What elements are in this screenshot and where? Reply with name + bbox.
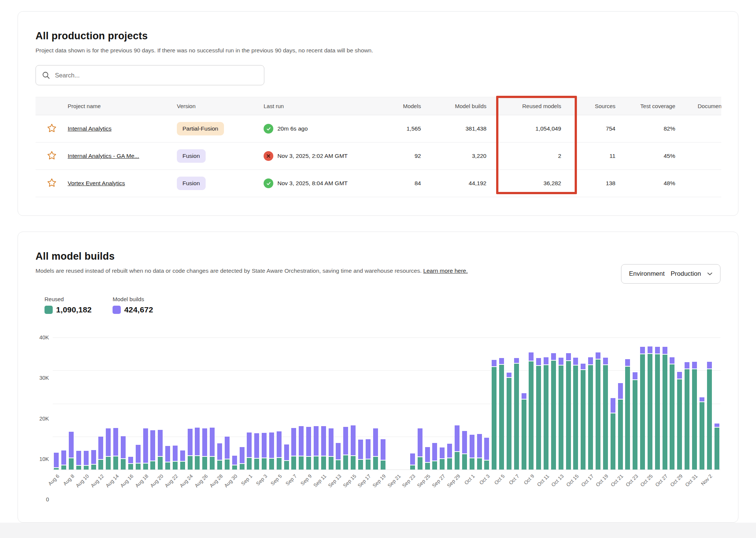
run-error-icon xyxy=(264,151,273,161)
legend-item-model-builds: Model builds 424,672 xyxy=(113,296,153,314)
x-tick-label: Oct 5 xyxy=(493,473,505,486)
project-link[interactable]: Vortex Event Analytics xyxy=(68,180,125,186)
run-success-icon xyxy=(264,124,273,134)
x-tick-label: Oct 27 xyxy=(654,473,669,488)
stacked-bar xyxy=(290,337,298,470)
col-star xyxy=(36,97,68,115)
run-success-icon xyxy=(264,178,273,188)
x-tick-label: Oct 25 xyxy=(639,473,654,488)
stacked-bar xyxy=(60,337,68,470)
stacked-bar xyxy=(468,337,476,470)
stacked-bar xyxy=(543,337,550,470)
stacked-bar xyxy=(580,337,587,470)
stacked-bar xyxy=(97,337,105,470)
stacked-bar xyxy=(305,337,313,470)
stacked-bar xyxy=(283,337,290,470)
last-run-text: Nov 3, 2025, 8:04 AM GMT xyxy=(277,180,348,187)
stacked-bar xyxy=(105,337,112,470)
x-tick-label: Aug 30 xyxy=(223,473,239,489)
builds-subtitle: Models are reused instead of rebuilt whe… xyxy=(36,268,720,274)
x-tick-label: Oct 21 xyxy=(610,473,624,488)
stacked-bar xyxy=(528,337,535,470)
x-tick-label: Sep 19 xyxy=(372,473,387,489)
reused-swatch-icon xyxy=(44,306,53,314)
x-tick-label: Oct 15 xyxy=(565,473,580,488)
col-project-name: Project name xyxy=(68,97,177,115)
stacked-bar xyxy=(320,337,327,470)
last-run-text: Nov 3, 2025, 2:02 AM GMT xyxy=(277,153,348,159)
stacked-bar xyxy=(372,337,379,470)
stacked-bar xyxy=(298,337,305,470)
stacked-bar xyxy=(535,337,543,470)
x-tick-label: Sep 13 xyxy=(327,473,342,489)
model-builds-card: All model builds Models are reused inste… xyxy=(18,232,738,523)
favorite-star-icon[interactable] xyxy=(47,123,57,133)
legend-value: 1,090,182 xyxy=(56,305,92,314)
stacked-bar xyxy=(431,337,439,470)
stacked-bar xyxy=(223,337,231,470)
stacked-bar xyxy=(350,337,357,470)
models-count: 92 xyxy=(393,143,426,170)
stacked-bar xyxy=(342,337,350,470)
stacked-bar xyxy=(134,337,142,470)
stacked-bar xyxy=(483,337,491,470)
stacked-bar xyxy=(416,337,424,470)
legend-label: Reused xyxy=(44,296,92,302)
x-tick-label: Sep 7 xyxy=(285,473,298,487)
stacked-bar xyxy=(491,337,498,470)
stacked-bar xyxy=(90,337,97,470)
stacked-bar xyxy=(238,337,246,470)
x-tick-label: Oct 13 xyxy=(550,473,565,488)
stacked-bar xyxy=(646,337,654,470)
stacked-bar xyxy=(201,337,209,470)
x-tick-label: Sep 23 xyxy=(401,473,417,489)
test-coverage-value: 82% xyxy=(621,115,680,143)
stacked-bar xyxy=(520,337,528,470)
favorite-star-icon[interactable] xyxy=(47,150,57,161)
stacked-bar xyxy=(194,337,201,470)
project-link[interactable]: Internal Analytics - GA Me... xyxy=(68,153,139,159)
stacked-bar xyxy=(253,337,261,470)
project-link[interactable]: Internal Analytics xyxy=(68,125,111,132)
stacked-bar xyxy=(112,337,120,470)
environment-dropdown[interactable]: Environment Production xyxy=(621,264,720,284)
search-input[interactable] xyxy=(55,72,258,79)
x-tick-label: Aug 16 xyxy=(119,473,135,489)
stacked-bar xyxy=(513,337,520,470)
stacked-bar xyxy=(246,337,253,470)
x-tick-label: Oct 23 xyxy=(625,473,639,488)
project-search[interactable] xyxy=(36,65,264,85)
stacked-bar xyxy=(676,337,683,470)
model-builds-swatch-icon xyxy=(113,306,121,314)
x-tick-label: Oct 7 xyxy=(508,473,520,486)
x-tick-label: Sep 17 xyxy=(357,473,372,489)
model-builds-chart: 40K 30K 20K 10K 0 Aug 6Aug 8Aug 10Aug 12… xyxy=(36,337,720,499)
stacked-bar xyxy=(572,337,580,470)
x-tick-label: Sep 27 xyxy=(431,473,446,489)
stacked-bar xyxy=(424,337,431,470)
x-tick-label: Sep 29 xyxy=(446,473,461,489)
stacked-bar xyxy=(498,337,505,470)
stacked-bar xyxy=(379,337,387,470)
chart-plot-area xyxy=(53,337,720,470)
favorite-star-icon[interactable] xyxy=(47,178,57,188)
stacked-bar xyxy=(327,337,335,470)
projects-title: All production projects xyxy=(36,30,720,42)
stacked-bar xyxy=(172,337,179,470)
col-documentation: Documentation xyxy=(680,97,721,115)
col-last-run: Last run xyxy=(264,97,393,115)
x-tick-label: Oct 3 xyxy=(478,473,491,486)
production-projects-card: All production projects Project data sho… xyxy=(18,11,738,216)
x-tick-label: Sep 15 xyxy=(342,473,357,489)
learn-more-link[interactable]: Learn more here. xyxy=(423,268,468,274)
x-tick-label: Sep 11 xyxy=(313,473,328,488)
stacked-bar xyxy=(631,337,639,470)
x-tick-label: Oct 1 xyxy=(463,473,476,486)
chart-y-axis: 40K 30K 20K 10K 0 xyxy=(36,337,53,499)
stacked-bar xyxy=(706,337,713,470)
test-coverage-value: 48% xyxy=(621,170,680,197)
version-badge: Partial-Fusion xyxy=(177,122,224,135)
y-tick: 10K xyxy=(39,456,49,462)
table-row: Internal Analytics Partial-Fusion 20m 6s… xyxy=(36,115,721,143)
stacked-bar xyxy=(617,337,624,470)
